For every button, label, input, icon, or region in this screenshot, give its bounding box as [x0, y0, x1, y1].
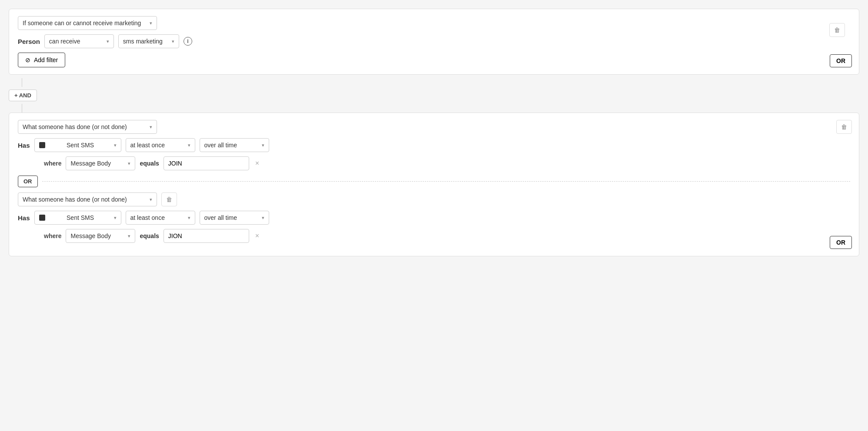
- condition-row-1: If someone can or cannot receive marketi…: [18, 16, 850, 30]
- value-input-2[interactable]: [164, 156, 249, 170]
- trash-icon-3: 🗑: [166, 196, 172, 203]
- can-receive-select[interactable]: can receive ▾: [44, 34, 114, 48]
- action-select-3[interactable]: Sent SMS ▾: [34, 211, 121, 225]
- close-icon-3[interactable]: ×: [254, 232, 261, 240]
- condition-select-2-label: What someone has done (or not done): [23, 123, 127, 130]
- field-select-3[interactable]: Message Body ▾: [66, 229, 135, 243]
- sms-icon-3: [39, 215, 45, 221]
- chevron-icon-action-2: ▾: [114, 143, 117, 148]
- time-label-3: over all time: [204, 214, 237, 221]
- action-label-2: Sent SMS: [67, 142, 94, 149]
- delete-button-1[interactable]: 🗑: [829, 23, 845, 37]
- time-label-2: over all time: [204, 142, 237, 149]
- or-sub-block: What someone has done (or not done) ▾ 🗑 …: [18, 192, 850, 243]
- condition-select-3-label: What someone has done (or not done): [23, 196, 127, 203]
- chevron-icon-freq-2: ▾: [188, 143, 190, 148]
- add-filter-row: ⊘ Add filter OR: [18, 53, 850, 67]
- field-select-2[interactable]: Message Body ▾: [66, 156, 135, 170]
- and-button[interactable]: + AND: [9, 90, 37, 101]
- chevron-icon-field-3: ▾: [128, 233, 130, 239]
- can-receive-label: can receive: [49, 38, 80, 45]
- has-row-2: Has Sent SMS ▾ at least once ▾ over all …: [18, 138, 850, 152]
- filter-block-2: What someone has done (or not done) ▾ 🗑 …: [9, 113, 859, 256]
- or-button-block1[interactable]: OR: [830, 54, 852, 67]
- condition-row-3: What someone has done (or not done) ▾ 🗑: [18, 192, 850, 206]
- info-icon[interactable]: i: [184, 37, 192, 46]
- frequency-select-2[interactable]: at least once ▾: [126, 138, 195, 152]
- where-row-2: where Message Body ▾ equals ×: [44, 156, 850, 170]
- trash-icon-1: 🗑: [834, 27, 840, 33]
- or-separator-2: OR: [18, 176, 850, 187]
- delete-button-2[interactable]: 🗑: [836, 120, 852, 134]
- filter-block-1: If someone can or cannot receive marketi…: [9, 9, 859, 75]
- condition-select-3[interactable]: What someone has done (or not done) ▾: [18, 192, 157, 206]
- condition-select-1-label: If someone can or cannot receive marketi…: [23, 20, 141, 27]
- where-label-2: where: [44, 160, 61, 167]
- chevron-icon-freq-3: ▾: [188, 215, 190, 221]
- add-filter-label: Add filter: [34, 56, 58, 63]
- field-label-3: Message Body: [70, 232, 111, 239]
- value-input-3[interactable]: [164, 229, 249, 243]
- condition-row-2: What someone has done (or not done) ▾ 🗑: [18, 120, 850, 134]
- chevron-icon-time-2: ▾: [262, 143, 264, 148]
- chevron-icon-can-receive: ▾: [107, 39, 109, 44]
- sms-icon-2: [39, 142, 45, 148]
- equals-label-2: equals: [140, 160, 159, 167]
- equals-label-3: equals: [140, 232, 159, 239]
- where-label-3: where: [44, 232, 61, 239]
- frequency-label-3: at least once: [130, 214, 165, 221]
- person-row: Person can receive ▾ sms marketing ▾ i: [18, 34, 850, 48]
- close-icon-2[interactable]: ×: [254, 159, 261, 167]
- has-label-2: Has: [18, 142, 30, 149]
- vertical-line-2: [22, 104, 22, 113]
- chevron-icon-3: ▾: [150, 197, 152, 202]
- filter-icon: ⊘: [25, 56, 30, 63]
- vertical-line-1: [22, 78, 22, 87]
- frequency-label-2: at least once: [130, 142, 165, 149]
- has-row-3: Has Sent SMS ▾ at least once ▾ over all …: [18, 211, 850, 225]
- frequency-select-3[interactable]: at least once ▾: [126, 211, 195, 225]
- and-connector: + AND: [9, 90, 859, 101]
- condition-select-2[interactable]: What someone has done (or not done) ▾: [18, 120, 157, 134]
- chevron-icon-field-2: ▾: [128, 161, 130, 166]
- time-select-2[interactable]: over all time ▾: [200, 138, 269, 152]
- condition-select-1[interactable]: If someone can or cannot receive marketi…: [18, 16, 157, 30]
- time-select-3[interactable]: over all time ▾: [200, 211, 269, 225]
- dashed-line-2: [42, 181, 851, 182]
- sms-marketing-label: sms marketing: [123, 38, 163, 45]
- or-button-2[interactable]: OR: [18, 176, 38, 187]
- add-filter-button[interactable]: ⊘ Add filter: [18, 53, 65, 67]
- chevron-icon-2: ▾: [150, 124, 152, 130]
- sms-marketing-select[interactable]: sms marketing ▾: [118, 34, 179, 48]
- action-select-2[interactable]: Sent SMS ▾: [34, 138, 121, 152]
- field-label-2: Message Body: [70, 160, 111, 167]
- or-button-block3[interactable]: OR: [830, 236, 852, 249]
- chevron-icon-time-3: ▾: [262, 215, 264, 221]
- has-label-3: Has: [18, 214, 30, 222]
- trash-icon-2: 🗑: [841, 123, 847, 130]
- chevron-icon-1: ▾: [150, 20, 152, 26]
- where-row-3: where Message Body ▾ equals × OR: [44, 229, 850, 243]
- action-label-3: Sent SMS: [67, 214, 94, 221]
- chevron-icon-sms: ▾: [172, 39, 174, 44]
- delete-button-3[interactable]: 🗑: [161, 192, 177, 206]
- chevron-icon-action-3: ▾: [114, 215, 117, 221]
- person-label: Person: [18, 38, 40, 45]
